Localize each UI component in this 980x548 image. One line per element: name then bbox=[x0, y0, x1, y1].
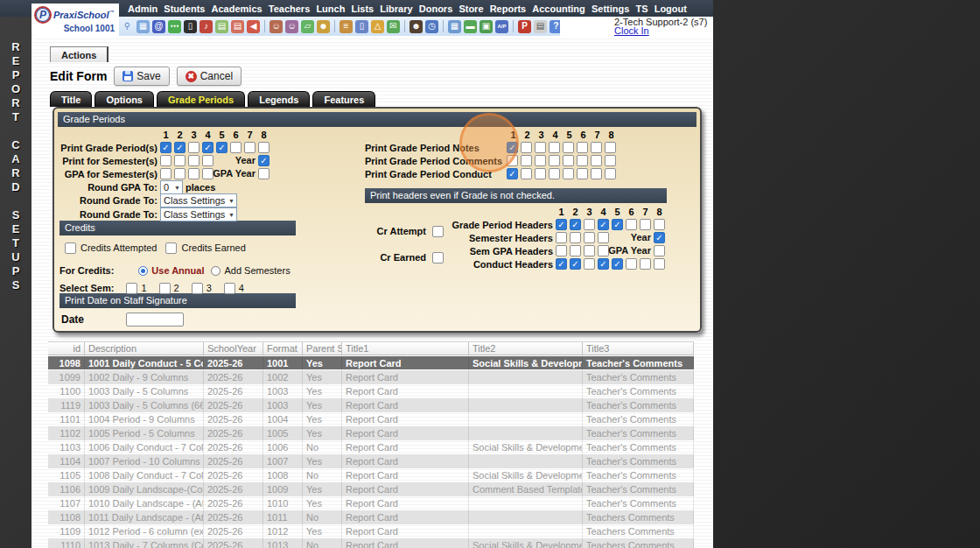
megaphone-icon[interactable]: ◀ bbox=[247, 20, 260, 33]
checkbox[interactable] bbox=[549, 155, 560, 166]
menu-item-students[interactable]: Students bbox=[164, 4, 205, 14]
bell-icon[interactable]: △ bbox=[371, 20, 384, 33]
checkbox[interactable] bbox=[258, 168, 270, 179]
select-sem-checkbox[interactable] bbox=[224, 283, 235, 294]
calendar-icon[interactable]: ▤ bbox=[215, 20, 228, 33]
table-row[interactable]: 10981001 Daily Conduct - 5 Colu...2025-2… bbox=[48, 355, 694, 370]
tab-grade-periods[interactable]: Grade Periods bbox=[157, 91, 245, 107]
tab-features[interactable]: Features bbox=[312, 91, 375, 107]
checkbox[interactable] bbox=[654, 245, 665, 256]
checkbox[interactable]: ✓ bbox=[507, 142, 518, 153]
checkbox[interactable] bbox=[535, 155, 546, 166]
send-mail-icon[interactable]: ✉ bbox=[387, 20, 400, 33]
clock-in-link[interactable]: Clock In bbox=[614, 26, 713, 35]
calendar-date-icon[interactable]: ▤ bbox=[231, 20, 244, 33]
checkbox[interactable] bbox=[258, 142, 270, 153]
checkbox[interactable] bbox=[556, 232, 567, 243]
checkbox[interactable] bbox=[605, 155, 616, 166]
cr-attempt-checkbox[interactable] bbox=[432, 226, 444, 237]
table-row[interactable]: 11021005 Period - 5 Columns2025-261005Ye… bbox=[48, 426, 694, 440]
select-sem-checkbox[interactable] bbox=[126, 283, 137, 294]
table-row[interactable]: 11001003 Daily - 5 Columns2025-261003Yes… bbox=[48, 384, 694, 398]
checkbox[interactable] bbox=[591, 168, 602, 179]
checkbox[interactable] bbox=[507, 155, 518, 166]
menu-item-settings[interactable]: Settings bbox=[592, 4, 629, 14]
checkbox[interactable] bbox=[577, 155, 588, 166]
checkbox[interactable] bbox=[230, 142, 242, 153]
checkbox[interactable] bbox=[577, 142, 588, 153]
tab-title[interactable]: Title bbox=[50, 91, 92, 107]
mobile-phone-icon[interactable]: ▯ bbox=[184, 20, 197, 33]
checkbox[interactable] bbox=[640, 258, 651, 270]
app-logo[interactable]: P PraxiSchool™ School 1001 bbox=[32, 4, 119, 36]
column-header-description[interactable]: Description bbox=[85, 342, 204, 355]
menu-item-teachers[interactable]: Teachers bbox=[269, 4, 311, 14]
checkbox[interactable] bbox=[654, 219, 665, 230]
checkbox[interactable] bbox=[188, 142, 200, 153]
table-row[interactable]: 11101013 Daily - 7 Columns (Con...2025-2… bbox=[48, 538, 694, 548]
checkbox[interactable] bbox=[188, 168, 200, 179]
checkbox[interactable] bbox=[577, 168, 588, 179]
menu-item-donors[interactable]: Donors bbox=[419, 4, 453, 14]
staff-icon[interactable]: ☻ bbox=[410, 20, 423, 33]
checkbox[interactable]: ✓ bbox=[174, 142, 186, 153]
checkbox[interactable]: ✓ bbox=[216, 142, 228, 153]
checkbox[interactable]: ✓ bbox=[654, 232, 665, 243]
checkbox[interactable]: ✓ bbox=[570, 219, 581, 230]
checkbox[interactable] bbox=[549, 168, 560, 179]
table-row[interactable]: 11041007 Period - 10 Columns2025-261007Y… bbox=[48, 454, 694, 468]
credits-earned-checkbox[interactable] bbox=[165, 242, 177, 254]
checkbox[interactable] bbox=[556, 245, 567, 256]
checkbox[interactable] bbox=[549, 142, 560, 153]
checkbox[interactable] bbox=[626, 258, 637, 270]
tab-legends[interactable]: Legends bbox=[248, 91, 310, 107]
checkbox[interactable]: ✓ bbox=[202, 142, 214, 153]
table-row[interactable]: 11081011 Daily Landscape - (Atte...2025-… bbox=[48, 510, 694, 524]
checkbox[interactable] bbox=[598, 245, 609, 256]
round-select[interactable]: Class Settings▼ bbox=[160, 207, 237, 221]
column-header-title3[interactable]: Title3 bbox=[583, 342, 694, 355]
checkbox[interactable] bbox=[640, 219, 651, 230]
printer-icon[interactable]: ▤ bbox=[534, 20, 547, 33]
checkbox[interactable]: ✓ bbox=[258, 155, 270, 166]
column-header-format[interactable]: Format bbox=[263, 342, 303, 355]
table-row[interactable]: 11061009 Daily Landscape-(Core/...2025-2… bbox=[48, 482, 694, 496]
chat-icon[interactable]: ⋯ bbox=[168, 20, 181, 33]
table-row[interactable]: 11011004 Period - 9 Columns2025-261004Ye… bbox=[48, 412, 694, 426]
table-row[interactable]: 11051008 Daily Conduct - 7 Colu...2025-2… bbox=[48, 468, 694, 482]
checkbox[interactable]: ✓ bbox=[507, 168, 518, 179]
round-select[interactable]: Class Settings▼ bbox=[160, 193, 237, 207]
checkbox[interactable]: ✓ bbox=[556, 219, 567, 230]
table-icon[interactable]: ▦ bbox=[448, 20, 461, 33]
column-header-parent-sig[interactable]: Parent Sig bbox=[303, 342, 342, 355]
checkbox[interactable] bbox=[584, 245, 595, 256]
cash-register-icon[interactable]: ▣ bbox=[480, 20, 493, 33]
checkbox[interactable]: ✓ bbox=[598, 258, 609, 270]
checkbox[interactable] bbox=[535, 142, 546, 153]
menu-item-library[interactable]: Library bbox=[380, 4, 412, 14]
column-header-title1[interactable]: Title1 bbox=[342, 342, 469, 355]
save-button[interactable]: Save bbox=[114, 67, 169, 86]
menu-item-lunch[interactable]: Lunch bbox=[316, 4, 345, 14]
table-row[interactable]: 11091012 Period - 6 column (extr...2025-… bbox=[48, 524, 694, 538]
checkbox[interactable] bbox=[535, 168, 546, 179]
checkbox[interactable] bbox=[654, 258, 665, 270]
table-row[interactable]: 11031006 Daily Conduct - 7 Colu...2025-2… bbox=[48, 440, 694, 454]
checkbox[interactable] bbox=[598, 232, 609, 243]
checkbox[interactable]: ✓ bbox=[556, 258, 567, 270]
ap-icon[interactable]: A/P bbox=[495, 20, 508, 33]
menu-item-logout[interactable]: Logout bbox=[654, 4, 687, 14]
use-annual-radio[interactable] bbox=[138, 266, 148, 276]
family-icon[interactable]: ☻ bbox=[317, 20, 330, 33]
ticket-icon[interactable]: ▱ bbox=[301, 20, 314, 33]
checkbox[interactable] bbox=[174, 155, 186, 166]
lunch-icon[interactable]: ≡ bbox=[340, 20, 353, 33]
select-sem-checkbox[interactable] bbox=[159, 283, 171, 294]
column-header-title2[interactable]: Title2 bbox=[469, 342, 583, 355]
checkbox[interactable] bbox=[521, 168, 532, 179]
student-add-icon[interactable]: ☺ bbox=[270, 20, 283, 33]
checkbox[interactable] bbox=[244, 142, 256, 153]
menu-item-academics[interactable]: Academics bbox=[212, 4, 262, 14]
table-row[interactable]: 10991002 Daily - 9 Columns2025-261002Yes… bbox=[48, 370, 694, 384]
menu-item-reports[interactable]: Reports bbox=[490, 4, 527, 14]
